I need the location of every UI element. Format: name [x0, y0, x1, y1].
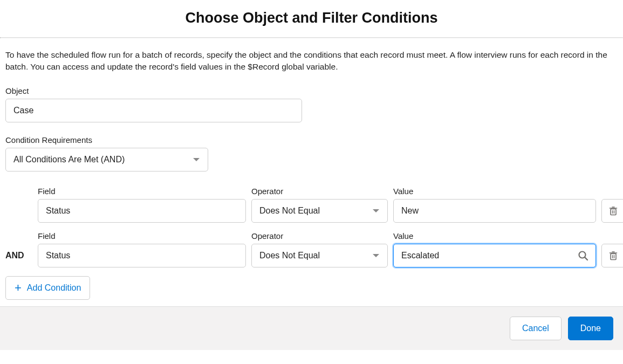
- condition-req-label: Condition Requirements: [5, 135, 618, 145]
- operator-value: Does Not Equal: [259, 206, 320, 216]
- dialog-title: Choose Object and Filter Conditions: [0, 10, 623, 26]
- trash-icon: [608, 251, 618, 260]
- operator-value: Does Not Equal: [259, 251, 320, 260]
- delete-condition-button[interactable]: [601, 244, 623, 267]
- done-button[interactable]: Done: [568, 317, 613, 340]
- chevron-down-icon: [193, 157, 200, 162]
- plus-icon: +: [15, 281, 22, 295]
- svg-rect-7: [611, 253, 616, 259]
- operator-label: Operator: [251, 187, 388, 196]
- dialog-header: Choose Object and Filter Conditions: [0, 0, 623, 37]
- object-value: Case: [13, 106, 33, 115]
- value-label: Value: [393, 187, 596, 196]
- svg-rect-0: [611, 209, 616, 215]
- field-value: Status: [46, 251, 70, 260]
- done-label: Done: [580, 324, 601, 333]
- value-input[interactable]: New: [393, 199, 596, 223]
- field-label: Field: [38, 231, 246, 241]
- add-condition-button[interactable]: + Add Condition: [5, 276, 90, 300]
- condition-req-value: All Conditions Are Met (AND): [13, 155, 125, 164]
- intro-text: To have the scheduled flow run for a bat…: [5, 49, 618, 73]
- delete-condition-button[interactable]: [601, 199, 623, 223]
- object-input[interactable]: Case: [5, 99, 302, 122]
- and-label: [5, 199, 32, 223]
- cancel-label: Cancel: [522, 324, 549, 333]
- search-icon: [578, 250, 588, 261]
- condition-row: ANDFieldStatusOperatorDoes Not EqualValu…: [5, 231, 618, 267]
- and-label: AND: [5, 244, 32, 267]
- chevron-down-icon: [372, 208, 380, 214]
- dialog-body: To have the scheduled flow run for a bat…: [0, 38, 623, 306]
- condition-row: FieldStatusOperatorDoes Not EqualValueNe…: [5, 187, 618, 223]
- chevron-down-icon: [372, 253, 380, 258]
- value-input[interactable]: Escalated: [393, 244, 596, 267]
- dialog-footer: Cancel Done: [0, 306, 623, 350]
- field-input[interactable]: Status: [38, 199, 246, 223]
- value-text: New: [401, 206, 419, 216]
- conditions-area: FieldStatusOperatorDoes Not EqualValueNe…: [5, 187, 618, 267]
- value-text: Escalated: [401, 251, 439, 260]
- operator-select[interactable]: Does Not Equal: [251, 244, 388, 267]
- value-label: Value: [393, 231, 596, 241]
- add-condition-label: Add Condition: [27, 283, 81, 293]
- trash-icon: [608, 206, 618, 216]
- cancel-button[interactable]: Cancel: [510, 317, 562, 340]
- condition-req-select[interactable]: All Conditions Are Met (AND): [5, 148, 208, 171]
- field-value: Status: [46, 206, 70, 216]
- object-label: Object: [5, 86, 618, 95]
- operator-select[interactable]: Does Not Equal: [251, 199, 388, 223]
- field-input[interactable]: Status: [38, 244, 246, 267]
- svg-line-6: [585, 257, 587, 260]
- field-label: Field: [38, 187, 246, 196]
- operator-label: Operator: [251, 231, 388, 241]
